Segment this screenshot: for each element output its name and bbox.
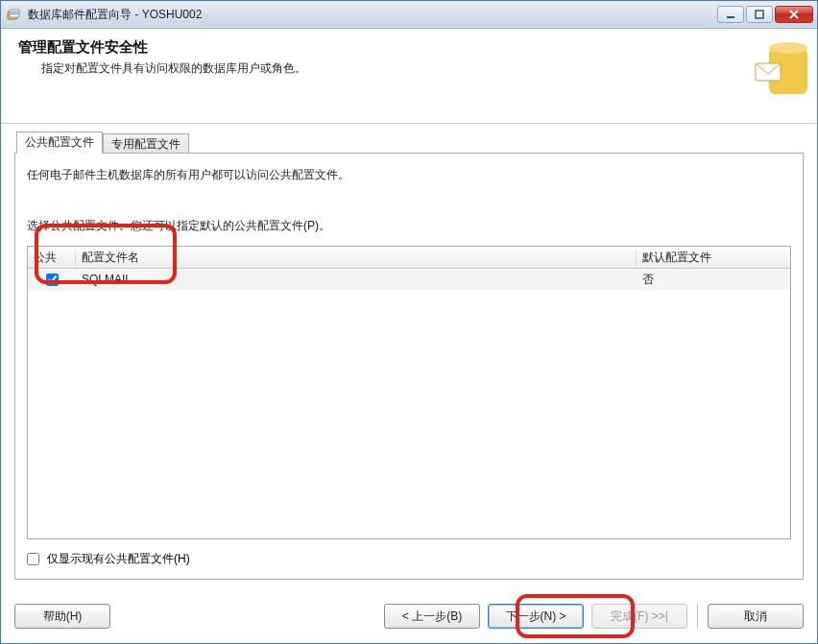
panel-description: 任何电子邮件主机数据库的所有用户都可以访问公共配置文件。: [27, 167, 791, 183]
profile-public-checkbox[interactable]: [46, 274, 59, 286]
next-button[interactable]: 下一步(N) >: [488, 604, 584, 629]
tab-private-profiles[interactable]: 专用配置文件: [103, 133, 189, 155]
show-only-existing-checkbox[interactable]: [27, 553, 39, 565]
panel-instruction: 选择公共配置文件。您还可以指定默认的公共配置文件(P)。: [27, 218, 791, 234]
grid-body: SQLMAIL 否: [28, 269, 790, 538]
svg-rect-3: [11, 13, 18, 14]
app-icon: [7, 7, 22, 22]
wizard-header: 管理配置文件安全性 指定对配置文件具有访问权限的数据库用户或角色。: [1, 29, 817, 124]
wizard-footer: 帮助(H) < 上一步(B) 下一步(N) > 完成(F) >>| 取消: [1, 589, 817, 643]
cell-default-value[interactable]: 否: [637, 272, 790, 288]
close-button[interactable]: [775, 6, 813, 23]
wizard-window: 数据库邮件配置向导 - YOSHU002 管理配置文件安全性 指定对配置文件具有…: [0, 0, 818, 644]
tabs: 公共配置文件 专用配置文件: [14, 131, 804, 153]
page-subtitle: 指定对配置文件具有访问权限的数据库用户或角色。: [41, 60, 800, 77]
tab-public-profiles[interactable]: 公共配置文件: [16, 131, 103, 154]
grid-header: 公共 配置文件名 默认配置文件: [28, 247, 790, 269]
column-public[interactable]: 公共: [28, 250, 76, 266]
button-separator: [697, 604, 698, 629]
finish-button: 完成(F) >>|: [591, 604, 687, 629]
back-button[interactable]: < 上一步(B): [384, 604, 480, 629]
tab-panel-public: 任何电子邮件主机数据库的所有用户都可以访问公共配置文件。 选择公共配置文件。您还…: [14, 153, 804, 580]
maximize-button[interactable]: [746, 6, 773, 23]
svg-point-7: [769, 42, 807, 54]
column-default-profile[interactable]: 默认配置文件: [637, 250, 790, 266]
wizard-body: 公共配置文件 专用配置文件 任何电子邮件主机数据库的所有用户都可以访问公共配置文…: [1, 124, 817, 589]
cell-profile-name: SQLMAIL: [76, 273, 637, 286]
filter-row: 仅显示现有公共配置文件(H): [27, 551, 791, 567]
svg-rect-2: [11, 12, 18, 12]
cancel-button[interactable]: 取消: [708, 604, 804, 629]
window-title: 数据库邮件配置向导 - YOSHU002: [28, 7, 717, 23]
header-graphic-icon: [750, 35, 817, 102]
svg-rect-4: [727, 16, 734, 18]
minimize-button[interactable]: [717, 6, 744, 23]
table-row[interactable]: SQLMAIL 否: [28, 269, 790, 290]
show-only-existing-label: 仅显示现有公共配置文件(H): [47, 551, 190, 567]
help-button[interactable]: 帮助(H): [14, 604, 110, 629]
titlebar: 数据库邮件配置向导 - YOSHU002: [1, 1, 817, 29]
svg-rect-5: [756, 11, 763, 18]
window-controls: [717, 6, 813, 23]
page-title: 管理配置文件安全性: [18, 38, 800, 57]
cell-public-checkbox: [28, 274, 76, 286]
content-area: 管理配置文件安全性 指定对配置文件具有访问权限的数据库用户或角色。 公共配置文件…: [1, 29, 817, 643]
column-profile-name[interactable]: 配置文件名: [76, 250, 637, 266]
profiles-grid: 公共 配置文件名 默认配置文件 SQLMAIL 否: [27, 246, 791, 539]
